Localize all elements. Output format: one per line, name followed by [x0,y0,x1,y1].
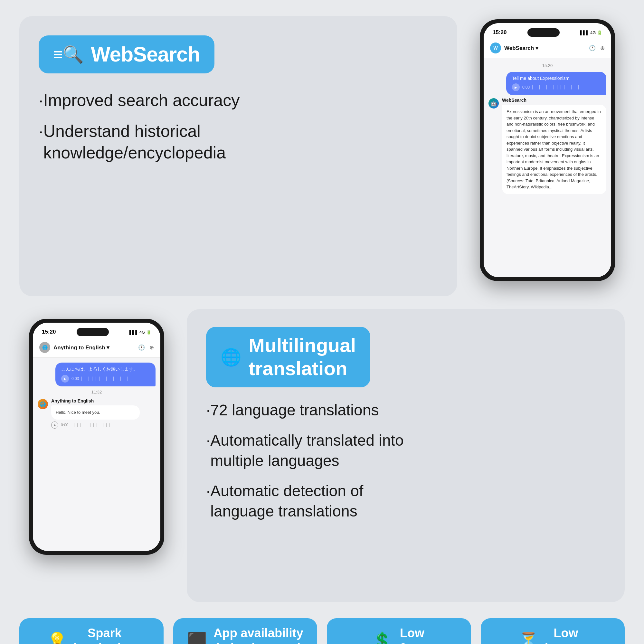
phone2-chat-time: 11:32 [38,390,156,394]
phone-mockup-2: 15:20 ▌▌▌ 4G 🔋 🌐 Anything to English ▾ 🕐… [29,319,164,555]
top-section: ≡🔍 WebSearch ·Improved search accuracy ·… [0,0,644,309]
phone2-play-btn-bot[interactable]: ▶ [51,421,58,429]
footer-background-label: App availabilityin background [213,626,303,644]
globe-icon: 🌐 [221,347,241,367]
multilingual-features: ·72 language translations ·Automatically… [206,400,605,521]
phone1-audio-time: 0:03 [522,85,530,90]
phone1-header-icons: 🕐 ⊕ [589,45,605,52]
footer-card-spark: 💡 Sparkinspiration [19,618,164,644]
search-icon: ≡🔍 [53,46,84,63]
multilingual-label: Multilingualtranslation [249,334,356,380]
phone1-user-text: Tell me about Expressionism. [512,76,601,81]
phone2-bot-content: Anything to English Hello. Nice to meet … [51,398,156,429]
phone2-header-icons: 🕐 ⊕ [138,344,154,351]
history-icon: 🕐 [589,45,596,52]
phone1-bot-row: 🤖 WebSearch Expressionism is an art move… [488,98,606,194]
phone-left-container: 15:20 ▌▌▌ 4G 🔋 🌐 Anything to English ▾ 🕐… [19,309,174,602]
ws-feature-1: ·Improved search accuracy [39,90,438,111]
websearch-features: ·Improved search accuracy ·Understand hi… [39,90,438,164]
phone1-bot-name: WebSearch [502,98,606,103]
footer-card-background: ⬛ App availabilityin background [173,618,317,644]
phone1-bot-content: WebSearch Expressionism is an art moveme… [502,98,606,194]
phone1-app-name: WebSearch ▾ [504,45,538,52]
cost-icon: 💲 [372,631,392,644]
phone2-user-text: こんにちは。よろしくお願いします。 [61,366,150,372]
multilingual-badge: 🌐 Multilingualtranslation [206,327,370,387]
websearch-badge: ≡🔍 WebSearch [39,35,214,73]
footer-spark-label: Sparkinspiration [73,626,136,644]
multi-feature-2: ·Automatically translated into multiple … [206,431,605,471]
phone-right-container: 15:20 ▌▌▌ 4G 🔋 W WebSearch ▾ 🕐 ⊕ [470,16,625,296]
phone1-header: W WebSearch ▾ 🕐 ⊕ [484,38,611,58]
lightbulb-icon: 💡 [47,631,67,644]
phone-mockup-1: 15:20 ▌▌▌ 4G 🔋 W WebSearch ▾ 🕐 ⊕ [480,19,615,281]
phone-screen-2: 15:20 ▌▌▌ 4G 🔋 🌐 Anything to English ▾ 🕐… [33,323,160,551]
phone1-chat-time: 15:20 [488,63,606,68]
phone2-avatar: 🌐 [39,342,50,353]
add-icon-2: ⊕ [149,344,154,351]
phone2-bot-name: Anything to English [51,398,156,403]
history-icon-2: 🕐 [138,344,145,351]
layers-icon: ⬛ [187,631,207,644]
phone2-audio-time: 0:03 [71,376,79,381]
footer-cost-label: LowCost [399,626,426,644]
phone2-audio-wave: ⎸⎸⎸⎸⎸⎸⎸⎸⎸⎸⎸⎸⎸⎸ [81,376,131,381]
phone2-bot-avatar: 🌐 [38,399,48,409]
multilingual-panel: 🌐 Multilingualtranslation ·72 language t… [187,309,625,602]
phone1-signal: ▌▌▌ 4G 🔋 [580,30,602,35]
phone2-time: 15:20 [42,329,56,335]
phone2-chat: こんにちは。よろしくお願いします。 ▶ 0:03 ⎸⎸⎸⎸⎸⎸⎸⎸⎸⎸⎸⎸⎸⎸ … [33,358,160,551]
phone1-audio-wave: ⎸⎸⎸⎸⎸⎸⎸⎸⎸⎸⎸⎸⎸⎸ [532,85,582,90]
phone2-audio-wave-bot: ⎸⎸⎸⎸⎸⎸⎸⎸⎸⎸⎸⎸⎸⎸ [71,423,116,427]
footer-latency-label: Lowlatency [545,626,587,644]
phone2-play-btn[interactable]: ▶ [61,375,69,383]
phone2-audio-row: ▶ 0:00 ⎸⎸⎸⎸⎸⎸⎸⎸⎸⎸⎸⎸⎸⎸ [51,421,156,429]
phone1-play-btn[interactable]: ▶ [512,83,520,91]
phone1-user-bubble: Tell me about Expressionism. ▶ 0:03 ⎸⎸⎸⎸… [506,72,606,95]
footer-card-cost: 💲 LowCost [327,618,471,644]
phone1-chat: 15:20 Tell me about Expressionism. ▶ 0:0… [484,58,611,277]
multi-feature-1: ·72 language translations [206,400,605,420]
hourglass-icon: ⏳ [518,631,538,644]
ws-feature-2: ·Understand historical knowledge/encyclo… [39,120,438,164]
phone2-bot-bubble: Hello. Nice to meet you. [51,405,140,420]
phone2-user-bubble: こんにちは。よろしくお願いします。 ▶ 0:03 ⎸⎸⎸⎸⎸⎸⎸⎸⎸⎸⎸⎸⎸⎸ [55,363,156,386]
phone2-bot-row: 🌐 Anything to English Hello. Nice to mee… [38,398,156,429]
websearch-panel: ≡🔍 WebSearch ·Improved search accuracy ·… [19,16,457,296]
websearch-label: WebSearch [91,43,200,66]
phone1-time: 15:20 [493,29,507,36]
multi-feature-3: ·Automatic detection of language transla… [206,481,605,521]
footer-card-latency: ⏳ Lowlatency [481,618,625,644]
phone-screen-1: 15:20 ▌▌▌ 4G 🔋 W WebSearch ▾ 🕐 ⊕ [484,23,611,277]
add-icon: ⊕ [600,45,605,52]
phone2-signal: ▌▌▌ 4G 🔋 [129,330,151,335]
footer-section: 💡 Sparkinspiration ⬛ App availabilityin … [0,618,644,644]
phone1-bot-avatar: 🤖 [488,98,499,109]
bottom-section: 15:20 ▌▌▌ 4G 🔋 🌐 Anything to English ▾ 🕐… [0,309,644,618]
phone2-app-name: Anything to English ▾ [53,344,109,351]
phone2-audio-time-bot: 0:00 [61,423,68,427]
phone1-avatar: W [490,43,501,53]
phone2-header: 🌐 Anything to English ▾ 🕐 ⊕ [33,337,160,358]
phone1-bot-bubble: Expressionism is an art movement that em… [502,105,606,194]
